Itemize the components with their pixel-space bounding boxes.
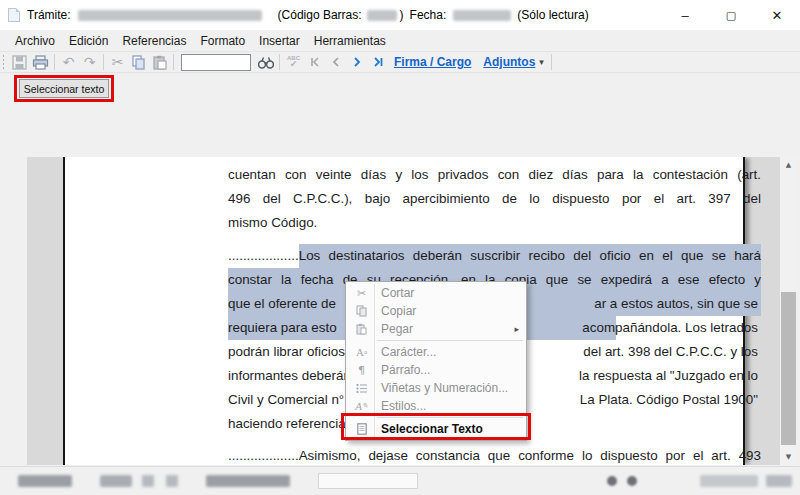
context-menu-item-pegar[interactable]: Pegar ▸ [346, 320, 526, 338]
zoom-out-icon[interactable] [607, 476, 617, 486]
title-codigo-barras-redacted-value [367, 10, 397, 21]
context-menu-label: Carácter... [381, 345, 436, 359]
status-language-redacted [206, 475, 290, 487]
context-menu-item-vinetas[interactable]: Viñetas y Numeración... [346, 379, 526, 397]
first-record-icon[interactable] [304, 53, 325, 71]
menu-bar: Archivo Edición Referencias Formato Inse… [0, 30, 800, 51]
line-fragment: requiera para esto [228, 316, 337, 340]
context-menu-label: Cortar [381, 286, 414, 300]
undo-icon[interactable]: ↶ [58, 53, 79, 71]
next-record-icon[interactable] [346, 53, 367, 71]
document-line: ...................Los destinatarios deb… [228, 244, 761, 268]
title-tramite-redacted-value [78, 10, 262, 21]
status-zoom-slider-redacted [700, 475, 758, 487]
menu-archivo[interactable]: Archivo [8, 34, 62, 48]
document-icon [8, 8, 20, 22]
save-icon[interactable] [9, 53, 30, 71]
scissors-icon: ✂ [351, 288, 372, 299]
status-input-box [318, 473, 418, 489]
toolbar-separator [173, 54, 174, 70]
previous-record-icon[interactable] [325, 53, 346, 71]
menu-formato[interactable]: Formato [193, 34, 252, 48]
line-fragment: La Plata. Código Postal 1900" [580, 388, 758, 412]
scrollbar-up-icon[interactable]: ▲ [780, 157, 797, 173]
toolbar-separator [551, 54, 552, 70]
status-zoom-percent-redacted [766, 475, 792, 487]
document-line: ...................Asimismo, dejase cons… [228, 444, 761, 465]
paragraph: cuentan con veinte días y los privados c… [228, 163, 761, 235]
vertical-scrollbar[interactable]: ▲ ▼ [780, 157, 797, 465]
close-button[interactable]: ✕ [754, 0, 800, 30]
paragraph: ...................Asimismo, dejase cons… [228, 444, 761, 465]
menu-herramientas[interactable]: Herramientas [307, 34, 393, 48]
title-codigo-barras-label: (Código Barras: [278, 8, 362, 22]
line-fragment: la respuesta al "Juzgado en lo [579, 364, 758, 388]
line-fragment: acompañándola. Los letrados [582, 316, 758, 340]
application-window: Trámite: (Código Barras: ) Fecha: (Sólo … [0, 0, 800, 495]
context-menu-label: Viñetas y Numeración... [381, 381, 508, 395]
toolbar-separator [279, 54, 280, 70]
print-icon[interactable] [30, 53, 51, 71]
toolbar-grip-handle[interactable] [2, 54, 6, 70]
status-bar [0, 466, 800, 495]
menu-referencias[interactable]: Referencias [115, 34, 193, 48]
paragraph-format-icon: ¶ [351, 365, 372, 376]
adjuntos-dropdown-icon[interactable]: ▾ [539, 57, 544, 67]
find-binoculars-icon[interactable] [255, 53, 276, 71]
paste-icon [351, 323, 372, 335]
redo-icon[interactable]: ↷ [79, 53, 100, 71]
bullets-numbering-icon [351, 383, 372, 394]
zoom-in-icon[interactable] [627, 476, 637, 486]
copy-icon[interactable] [128, 53, 149, 71]
title-solo-lectura-label: (Sólo lectura) [517, 8, 588, 22]
context-menu-label: Párrafo... [381, 363, 430, 377]
copy-icon [351, 305, 372, 317]
status-page-indicator-redacted [18, 475, 72, 487]
submenu-arrow-icon: ▸ [514, 324, 519, 334]
document-line: mismo Código. [228, 211, 761, 235]
line-fragment: ar a estos autos, sin que se [594, 292, 758, 316]
seleccionar-texto-button[interactable]: Seleccionar texto [19, 79, 109, 98]
toolbar-separator [54, 54, 55, 70]
document-viewport: cuentan con veinte días y los privados c… [27, 157, 797, 465]
toolbar-separator [103, 54, 104, 70]
context-menu-label: Estilos... [381, 399, 426, 413]
document-line: cuentan con veinte días y los privados c… [228, 163, 761, 187]
spellcheck-icon[interactable]: ABC ✔ [283, 53, 304, 71]
line-fragment: informantes deberán [228, 364, 351, 388]
context-menu-separator [377, 340, 523, 341]
title-bar: Trámite: (Código Barras: ) Fecha: (Sólo … [0, 0, 800, 30]
maximize-button[interactable]: ▢ [708, 0, 754, 30]
context-menu-item-parrafo[interactable]: ¶ Párrafo... [346, 361, 526, 379]
line-fragment: Civil y Comercial n° [228, 388, 344, 412]
title-tramite-label: Trámite: [27, 8, 71, 22]
firma-cargo-link[interactable]: Firma / Cargo [394, 55, 471, 69]
title-fecha-label: Fecha: [410, 8, 447, 22]
line-fragment: del art. 398 del C.P.C.C. y los [583, 340, 758, 364]
context-menu-item-caracter[interactable]: Aa Carácter... [346, 343, 526, 361]
context-menu-label: Copiar [381, 304, 416, 318]
context-menu-label: Pegar [381, 322, 413, 336]
context-menu-item-copiar[interactable]: Copiar [346, 302, 526, 320]
red-annotation-box-menu-item [341, 413, 531, 440]
line-fragment: podrán librar oficios [228, 340, 345, 364]
title-codigo-barras-close: ) [400, 8, 404, 22]
menu-insertar[interactable]: Insertar [252, 34, 307, 48]
context-menu-item-cortar[interactable]: ✂ Cortar [346, 284, 526, 302]
cut-icon[interactable]: ✂ [107, 53, 128, 71]
menu-edicion[interactable]: Edición [62, 34, 115, 48]
paste-icon[interactable] [149, 53, 170, 71]
adjuntos-link[interactable]: Adjuntos [483, 55, 535, 69]
styles-icon: A✎ [351, 401, 372, 412]
character-format-icon: Aa [351, 347, 372, 358]
status-segment-redacted [142, 475, 154, 487]
window-controls: – ▢ ✕ [662, 0, 800, 30]
minimize-button[interactable]: – [662, 0, 708, 30]
title-fecha-redacted-value [453, 10, 511, 21]
scrollbar-thumb[interactable] [781, 292, 796, 445]
line-fragment: que el oferente de [228, 292, 336, 316]
scrollbar-down-icon[interactable]: ▼ [780, 449, 797, 465]
last-record-icon[interactable] [367, 53, 388, 71]
search-input[interactable] [181, 54, 251, 71]
status-segment-redacted [166, 475, 178, 487]
